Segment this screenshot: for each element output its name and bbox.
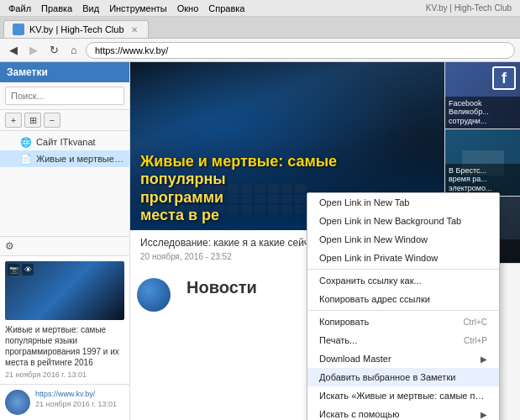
ctx-separator-1 bbox=[307, 269, 499, 270]
sidebar-tree: 🌐 Сайт ITkvanat 📄 Живые и мертвые: самы.… bbox=[0, 131, 129, 236]
camera-badge-icon: 📷 bbox=[8, 264, 19, 276]
news-section-title: Новости bbox=[186, 278, 257, 297]
ctx-download-master-label: Download Master bbox=[319, 354, 391, 364]
ctx-add-to-notes-label: Добавить выбранное в Заметки bbox=[319, 372, 455, 382]
ctx-print-shortcut: Ctrl+P bbox=[464, 336, 487, 345]
window-title: KV.by | High-Tech Club bbox=[421, 0, 517, 17]
browser-tab[interactable]: KV.by | High-Tech Club ✕ bbox=[3, 20, 149, 38]
news-card-1-subtitle: Великобр... сотрудни... bbox=[449, 108, 517, 126]
note-preview-image: 📷 👁 bbox=[5, 261, 124, 320]
site-label: Сайт ITkvanat bbox=[36, 137, 124, 147]
hero-title-line2: популярны bbox=[140, 171, 226, 187]
sidebar: Заметки + ⊞ − 🌐 Сайт ITkvanat 📄 Живые и … bbox=[0, 62, 130, 420]
ctx-save-link[interactable]: Сохранить ссылку как... bbox=[307, 271, 499, 290]
note-date-2: 21 ноября 2016 г. 13:01 bbox=[35, 400, 124, 408]
tab-favicon bbox=[13, 24, 24, 35]
hero-title-line3: программи bbox=[140, 189, 223, 206]
ctx-search-help-label: Искать с помощью bbox=[319, 409, 400, 419]
ctx-copy-label: Копировать bbox=[319, 317, 369, 327]
settings-button[interactable]: ⚙ bbox=[0, 236, 129, 255]
news-card-1-overlay: Facebook Великобр... сотрудни... bbox=[445, 97, 520, 129]
url-input[interactable] bbox=[86, 42, 515, 59]
forward-button[interactable]: ▶ bbox=[25, 42, 42, 59]
note-preview-2: https://www.kv.by/ 21 ноября 2016 г. 13:… bbox=[0, 384, 129, 420]
search-input[interactable] bbox=[5, 87, 124, 105]
nav-bar: ◀ ▶ ↻ ⌂ bbox=[0, 39, 520, 62]
menu-bar: Файл Правка Вид Инструменты Окно Справка… bbox=[0, 0, 520, 17]
menu-help[interactable]: Справка bbox=[203, 0, 249, 17]
ctx-copy-link[interactable]: Копировать адрес ссылки bbox=[307, 290, 499, 308]
ctx-search-for[interactable]: Искать «Живые и мертвые: самые популярны… bbox=[307, 386, 499, 405]
sidebar-item-site[interactable]: 🌐 Сайт ITkvanat bbox=[0, 134, 129, 150]
fb-logo: f bbox=[492, 66, 516, 90]
ctx-search-for-label: Искать «Живые и мертвые: самые популярны… bbox=[319, 391, 487, 401]
note-preview: 📷 👁 Живые и мертвые: самые популярные яз… bbox=[0, 255, 129, 384]
news-card-2-title: В Брестс... bbox=[449, 166, 517, 176]
note-thumb bbox=[5, 390, 30, 415]
menu-tools[interactable]: Инструменты bbox=[104, 0, 172, 17]
note-badge: 📷 👁 bbox=[8, 264, 34, 276]
reload-button[interactable]: ↻ bbox=[45, 42, 62, 59]
web-area: Живые и мертвые: самые популярны програм… bbox=[130, 62, 520, 420]
ctx-print-label: Печать... bbox=[319, 335, 357, 345]
home-button[interactable]: ⌂ bbox=[66, 42, 82, 59]
ctx-save-link-label: Сохранить ссылку как... bbox=[319, 276, 422, 286]
news-card-2-subtitle: время ра... электромо... bbox=[449, 175, 517, 193]
context-menu: Open Link in New Tab Open Link in New Ba… bbox=[307, 192, 500, 420]
ctx-copy[interactable]: Копировать Ctrl+C bbox=[307, 312, 499, 331]
ctx-print[interactable]: Печать... Ctrl+P bbox=[307, 331, 499, 349]
ctx-search-help[interactable]: Искать с помощью ▶ bbox=[307, 405, 499, 420]
menu-window[interactable]: Окно bbox=[172, 0, 204, 17]
main-content: Заметки + ⊞ − 🌐 Сайт ITkvanat 📄 Живые и … bbox=[0, 62, 520, 420]
tab-close-button[interactable]: ✕ bbox=[129, 25, 139, 34]
menu-edit[interactable]: Правка bbox=[36, 0, 77, 17]
view-toggle-button[interactable]: ⊞ bbox=[24, 113, 41, 128]
web-content: Живые и мертвые: самые популярны програм… bbox=[130, 62, 520, 420]
eye-badge-icon: 👁 bbox=[22, 264, 34, 276]
ctx-separator-2 bbox=[307, 310, 499, 311]
ctx-open-new-window-label: Open Link in New Window bbox=[319, 234, 428, 244]
settings-icon: ⚙ bbox=[5, 240, 14, 252]
note-label: Живые и мертвые: самы... bbox=[36, 154, 124, 164]
ctx-open-private[interactable]: Open Link in Private Window bbox=[307, 249, 499, 267]
tab-title: KV.by | High-Tech Club bbox=[29, 24, 124, 34]
news-card-1[interactable]: f Facebook Великобр... сотрудни... bbox=[445, 62, 520, 129]
ctx-open-private-label: Open Link in Private Window bbox=[319, 253, 438, 263]
search-box bbox=[0, 82, 129, 110]
ctx-add-to-notes[interactable]: Добавить выбранное в Заметки bbox=[307, 368, 499, 386]
delete-note-button[interactable]: − bbox=[44, 113, 60, 128]
ctx-download-master-arrow: ▶ bbox=[481, 354, 487, 364]
ctx-open-new-bg-tab-label: Open Link in New Background Tab bbox=[319, 216, 461, 226]
sidebar-item-note[interactable]: 📄 Живые и мертвые: самы... bbox=[0, 150, 129, 167]
ctx-search-help-arrow: ▶ bbox=[481, 410, 487, 419]
sidebar-header: Заметки bbox=[0, 62, 129, 82]
ctx-copy-link-label: Копировать адрес ссылки bbox=[319, 294, 430, 304]
sidebar-title: Заметки bbox=[7, 66, 48, 78]
news-card-1-title: Facebook bbox=[449, 99, 517, 108]
note-link: https://www.kv.by/ bbox=[35, 390, 124, 398]
tab-bar: KV.by | High-Tech Club ✕ bbox=[0, 17, 520, 39]
menu-file[interactable]: Файл bbox=[3, 0, 36, 17]
ctx-copy-shortcut: Ctrl+C bbox=[463, 318, 487, 327]
news-card-2[interactable]: В Брестс... время ра... электромо... bbox=[445, 129, 520, 197]
hero-title-line4: места в ре bbox=[140, 207, 219, 223]
add-note-button[interactable]: + bbox=[5, 113, 22, 128]
site-icon: 🌐 bbox=[20, 136, 32, 148]
note-preview-title: Живые и мертвые: самые популярные языки … bbox=[5, 324, 124, 368]
sidebar-toolbar: + ⊞ − bbox=[0, 110, 129, 131]
note-preview-date: 21 ноября 2016 г. 13:01 bbox=[5, 370, 124, 379]
menu-view[interactable]: Вид bbox=[77, 0, 104, 17]
note-icon: 📄 bbox=[20, 153, 32, 165]
back-button[interactable]: ◀ bbox=[5, 42, 22, 59]
ctx-open-new-window[interactable]: Open Link in New Window bbox=[307, 230, 499, 249]
news-card-2-overlay: В Брестс... время ра... электромо... bbox=[445, 164, 520, 196]
ctx-open-new-bg-tab[interactable]: Open Link in New Background Tab bbox=[307, 212, 499, 230]
news-globe-icon bbox=[137, 278, 171, 312]
note-info: https://www.kv.by/ 21 ноября 2016 г. 13:… bbox=[35, 390, 124, 415]
ctx-download-master[interactable]: Download Master ▶ bbox=[307, 349, 499, 368]
ctx-open-new-tab[interactable]: Open Link in New Tab bbox=[307, 193, 499, 212]
ctx-open-new-tab-label: Open Link in New Tab bbox=[319, 197, 409, 207]
hero-title-line1: Живые и мертвые: самые bbox=[140, 153, 337, 170]
